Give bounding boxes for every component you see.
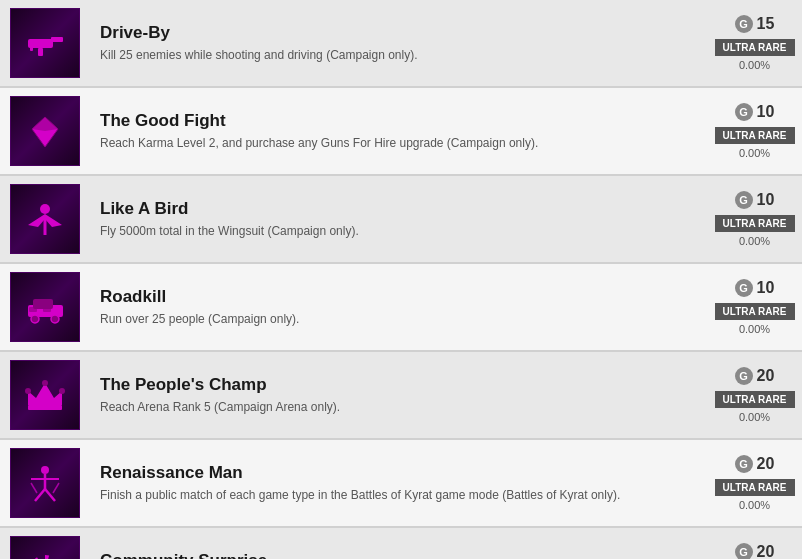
ultra-rare-badge: ULTRA RARE: [715, 39, 795, 56]
score-points: G 10: [735, 191, 775, 209]
achievement-score: G 20 ULTRA RARE 0.00%: [707, 450, 802, 516]
g-icon: G: [735, 455, 753, 473]
achievement-info: Renaissance Man Finish a public match of…: [90, 458, 707, 509]
svg-rect-13: [43, 307, 51, 312]
rarity-percent: 0.00%: [739, 411, 770, 423]
achievement-info: Drive-By Kill 25 enemies while shooting …: [90, 18, 707, 69]
svg-line-24: [31, 483, 37, 493]
points-value: 20: [757, 455, 775, 473]
achievement-icon-diamond: [10, 96, 80, 166]
achievement-title: The People's Champ: [100, 375, 697, 395]
achievement-score: G 10 ULTRA RARE 0.00%: [707, 98, 802, 164]
achievement-item: Renaissance Man Finish a public match of…: [0, 440, 802, 528]
achievement-score: G 20 ULTRA RARE 0.00%: [707, 362, 802, 428]
points-value: 15: [757, 15, 775, 33]
g-icon: G: [735, 15, 753, 33]
g-icon: G: [735, 103, 753, 121]
achievement-description: Kill 25 enemies while shooting and drivi…: [100, 47, 697, 64]
rarity-percent: 0.00%: [739, 323, 770, 335]
achievement-title: The Good Fight: [100, 111, 697, 131]
svg-rect-2: [38, 48, 43, 56]
ultra-rare-badge: ULTRA RARE: [715, 391, 795, 408]
achievement-description: Fly 5000m total in the Wingsuit (Campaig…: [100, 223, 697, 240]
score-points: G 20: [735, 543, 775, 559]
achievement-item: Like A Bird Fly 5000m total in the Wings…: [0, 176, 802, 264]
svg-marker-34: [45, 555, 49, 560]
achievement-item: Drive-By Kill 25 enemies while shooting …: [0, 0, 802, 88]
achievement-info: Community Surprise Play a Top Rated map …: [90, 546, 707, 559]
achievement-title: Roadkill: [100, 287, 697, 307]
achievement-description: Run over 25 people (Campaign only).: [100, 311, 697, 328]
g-icon: G: [735, 543, 753, 559]
score-points: G 10: [735, 279, 775, 297]
ultra-rare-badge: ULTRA RARE: [715, 127, 795, 144]
achievement-score: G 20 ULTRA RARE 0.00%: [707, 538, 802, 559]
achievement-description: Finish a public match of each game type …: [100, 487, 697, 504]
achievement-title: Like A Bird: [100, 199, 697, 219]
rarity-percent: 0.00%: [739, 499, 770, 511]
svg-rect-1: [51, 37, 63, 42]
achievement-icon-gear: [10, 536, 80, 559]
svg-line-25: [53, 483, 59, 493]
points-value: 10: [757, 191, 775, 209]
score-points: G 10: [735, 103, 775, 121]
achievement-info: Like A Bird Fly 5000m total in the Wings…: [90, 194, 707, 245]
svg-point-18: [59, 388, 65, 394]
points-value: 20: [757, 367, 775, 385]
svg-rect-12: [29, 307, 37, 312]
achievement-info: The People's Champ Reach Arena Rank 5 (C…: [90, 370, 707, 421]
svg-marker-14: [28, 383, 62, 405]
achievement-icon-wingsuit: [10, 184, 80, 254]
score-points: G 15: [735, 15, 775, 33]
ultra-rare-badge: ULTRA RARE: [715, 303, 795, 320]
achievement-score: G 15 ULTRA RARE 0.00%: [707, 10, 802, 76]
g-icon: G: [735, 191, 753, 209]
points-value: 20: [757, 543, 775, 559]
svg-point-6: [40, 204, 50, 214]
achievement-icon-vitruvian: [10, 448, 80, 518]
achievement-score: G 10 ULTRA RARE 0.00%: [707, 186, 802, 252]
achievement-item: Community Surprise Play a Top Rated map …: [0, 528, 802, 559]
achievement-item: The People's Champ Reach Arena Rank 5 (C…: [0, 352, 802, 440]
achievement-icon-gun: [10, 8, 80, 78]
svg-point-16: [42, 380, 48, 386]
points-value: 10: [757, 103, 775, 121]
achievement-description: Reach Arena Rank 5 (Campaign Arena only)…: [100, 399, 697, 416]
achievement-info: The Good Fight Reach Karma Level 2, and …: [90, 106, 707, 157]
achievement-description: Reach Karma Level 2, and purchase any Gu…: [100, 135, 697, 152]
achievement-title: Renaissance Man: [100, 463, 697, 483]
points-value: 10: [757, 279, 775, 297]
svg-rect-3: [30, 44, 33, 51]
achievement-icon-crown: [10, 360, 80, 430]
achievement-score: G 10 ULTRA RARE 0.00%: [707, 274, 802, 340]
rarity-percent: 0.00%: [739, 59, 770, 71]
achievement-item: The Good Fight Reach Karma Level 2, and …: [0, 88, 802, 176]
achievement-item: Roadkill Run over 25 people (Campaign on…: [0, 264, 802, 352]
achievement-info: Roadkill Run over 25 people (Campaign on…: [90, 282, 707, 333]
achievement-list: Drive-By Kill 25 enemies while shooting …: [0, 0, 802, 559]
rarity-percent: 0.00%: [739, 235, 770, 247]
g-icon: G: [735, 279, 753, 297]
svg-point-10: [31, 315, 39, 323]
ultra-rare-badge: ULTRA RARE: [715, 215, 795, 232]
achievement-title: Drive-By: [100, 23, 697, 43]
score-points: G 20: [735, 455, 775, 473]
svg-marker-5: [32, 117, 58, 131]
achievement-title: Community Surprise: [100, 551, 697, 559]
score-points: G 20: [735, 367, 775, 385]
svg-point-17: [25, 388, 31, 394]
g-icon: G: [735, 367, 753, 385]
svg-point-19: [41, 466, 49, 474]
achievement-icon-car: [10, 272, 80, 342]
rarity-percent: 0.00%: [739, 147, 770, 159]
ultra-rare-badge: ULTRA RARE: [715, 479, 795, 496]
svg-point-11: [51, 315, 59, 323]
svg-rect-15: [28, 405, 62, 410]
